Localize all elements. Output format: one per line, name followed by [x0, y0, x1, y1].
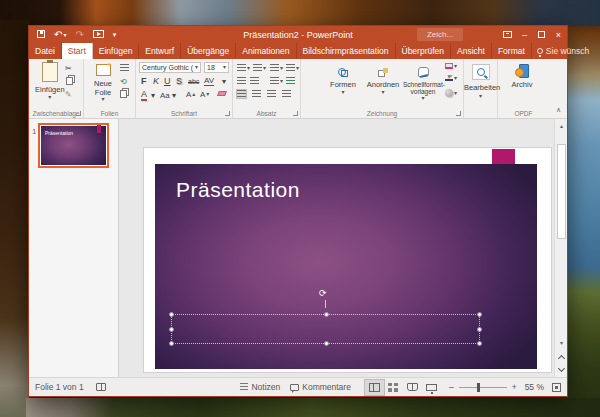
- tab-ansicht[interactable]: Ansicht: [451, 43, 492, 59]
- align-right-button[interactable]: [267, 90, 276, 98]
- subtitle-placeholder[interactable]: [171, 314, 480, 344]
- ribbon-display-options-button[interactable]: [499, 26, 516, 43]
- close-button[interactable]: ×: [550, 26, 567, 43]
- indent-increase-button[interactable]: [250, 77, 259, 85]
- character-spacing-button[interactable]: AV: [204, 76, 214, 86]
- tab-uebergaenge[interactable]: Übergänge: [181, 43, 236, 59]
- spacing-dropdown-icon[interactable]: ▾: [222, 79, 226, 84]
- align-text-button[interactable]: ▾: [270, 77, 283, 85]
- shrink-font-button[interactable]: A▾: [200, 90, 209, 99]
- tab-datei[interactable]: Datei: [29, 43, 62, 59]
- change-case-dropdown-icon[interactable]: ▾: [172, 93, 176, 98]
- customize-qat-button[interactable]: ▾: [113, 30, 117, 40]
- reset-button[interactable]: ⟲: [120, 77, 127, 86]
- editing-button[interactable]: [472, 64, 490, 80]
- slide-page[interactable]: Präsentation ⟳: [143, 147, 552, 373]
- zoom-slider-thumb[interactable]: [477, 383, 480, 392]
- font-color-dropdown-icon[interactable]: ▾: [151, 93, 155, 98]
- font-color-button[interactable]: A: [141, 90, 147, 101]
- zoom-out-button[interactable]: –: [449, 382, 454, 392]
- italic-button[interactable]: K: [153, 76, 159, 86]
- tab-start[interactable]: Start: [62, 43, 93, 59]
- underline-button[interactable]: U: [164, 76, 171, 86]
- tab-bildschirmpraesentation[interactable]: Bildschirmpräsentation: [297, 43, 396, 59]
- resize-handle-middle-right[interactable]: [477, 327, 482, 332]
- shape-outline-button[interactable]: ▾: [445, 76, 457, 81]
- new-slide-button[interactable]: Neue Folie ▾: [88, 62, 118, 102]
- section-button[interactable]: [120, 90, 127, 98]
- font-name-combo[interactable]: Century Gothic ( ▾: [139, 62, 201, 73]
- justify-button[interactable]: [282, 90, 291, 98]
- tell-me-box[interactable]: Sie wünsch: [532, 43, 594, 59]
- line-spacing-button[interactable]: ▾: [270, 64, 283, 72]
- resize-handle-bottom-right[interactable]: [477, 341, 482, 346]
- align-center-button[interactable]: [252, 90, 261, 98]
- clear-formatting-button[interactable]: [218, 91, 226, 96]
- dialog-launcher-icon[interactable]: [225, 111, 230, 116]
- account-name[interactable]: Christian...: [594, 43, 600, 59]
- redo-button[interactable]: ↷: [75, 30, 83, 40]
- resize-handle-top-middle[interactable]: [324, 312, 329, 317]
- text-shadow-button[interactable]: S: [176, 76, 182, 86]
- cut-button[interactable]: ✂: [65, 64, 72, 73]
- format-painter-button[interactable]: ✎: [65, 90, 72, 99]
- shape-effects-button[interactable]: ▾: [445, 89, 457, 97]
- slide-counter[interactable]: Folie 1 von 1: [35, 382, 84, 392]
- align-left-button[interactable]: [237, 90, 246, 98]
- fit-to-window-button[interactable]: [552, 383, 561, 392]
- notes-button[interactable]: Notizen: [240, 382, 280, 392]
- collapse-ribbon-button[interactable]: ∧: [556, 106, 561, 114]
- tab-format[interactable]: Format: [492, 43, 532, 59]
- start-slideshow-button[interactable]: [93, 30, 104, 40]
- numbering-button[interactable]: ▾: [253, 64, 266, 72]
- dialog-launcher-icon[interactable]: [293, 111, 298, 116]
- slide-title-text[interactable]: Präsentation: [176, 178, 300, 202]
- comments-button[interactable]: Kommentare: [290, 382, 351, 392]
- resize-handle-bottom-middle[interactable]: [324, 341, 329, 346]
- resize-handle-bottom-left[interactable]: [169, 341, 174, 346]
- minimize-button[interactable]: –: [516, 26, 533, 43]
- previous-slide-button[interactable]: [555, 351, 568, 362]
- indent-decrease-button[interactable]: [237, 77, 246, 85]
- resize-handle-top-right[interactable]: [477, 312, 482, 317]
- slide-sorter-view-button[interactable]: [384, 380, 403, 395]
- tab-animationen[interactable]: Animationen: [236, 43, 296, 59]
- dialog-launcher-icon[interactable]: [76, 111, 81, 116]
- font-size-combo[interactable]: 18 ▾: [204, 62, 229, 73]
- quick-styles-button[interactable]: Schnellformat-vorlagen ▾: [403, 63, 443, 101]
- shape-fill-button[interactable]: ▾: [445, 63, 457, 69]
- zoom-in-button[interactable]: +: [512, 382, 517, 392]
- bold-button[interactable]: F: [141, 76, 147, 86]
- scroll-up-button[interactable]: ▴: [555, 120, 568, 131]
- scroll-down-button[interactable]: ▾: [555, 337, 568, 348]
- normal-view-button[interactable]: [365, 380, 384, 395]
- layout-button[interactable]: [120, 64, 129, 72]
- slideshow-view-button[interactable]: [422, 380, 441, 395]
- scrollbar-thumb[interactable]: [557, 144, 566, 239]
- convert-smartart-button[interactable]: [286, 77, 295, 85]
- slide-surface[interactable]: Präsentation ⟳: [155, 164, 537, 369]
- next-slide-button[interactable]: [555, 364, 568, 375]
- paste-button[interactable]: Einfügen ▾: [35, 62, 65, 100]
- tab-entwurf[interactable]: Entwurf: [139, 43, 181, 59]
- dialog-launcher-icon[interactable]: [456, 111, 461, 116]
- resize-handle-top-left[interactable]: [169, 312, 174, 317]
- resize-handle-middle-left[interactable]: [169, 327, 174, 332]
- vertical-scrollbar[interactable]: ▴ ▾: [554, 119, 567, 379]
- tab-ueberpruefen[interactable]: Überprüfen: [396, 43, 452, 59]
- slide-thumbnail[interactable]: Präsentation: [38, 123, 109, 168]
- undo-button[interactable]: ↶ ▾: [54, 30, 66, 40]
- change-case-button[interactable]: Aa: [160, 91, 170, 100]
- maximize-button[interactable]: [533, 26, 550, 43]
- shapes-button[interactable]: Formen ▾: [325, 63, 361, 95]
- copy-button[interactable]: [66, 77, 73, 85]
- grow-font-button[interactable]: A▴: [186, 90, 195, 99]
- arrange-button[interactable]: Anordnen ▾: [363, 63, 403, 95]
- strikethrough-button[interactable]: abc: [188, 78, 199, 85]
- reading-view-button[interactable]: [403, 380, 422, 395]
- rotate-handle[interactable]: ⟳: [319, 288, 327, 298]
- save-button[interactable]: [37, 30, 45, 40]
- zoom-slider[interactable]: [459, 387, 507, 388]
- bullets-button[interactable]: ▾: [237, 64, 250, 72]
- zoom-level[interactable]: 55 %: [525, 382, 544, 392]
